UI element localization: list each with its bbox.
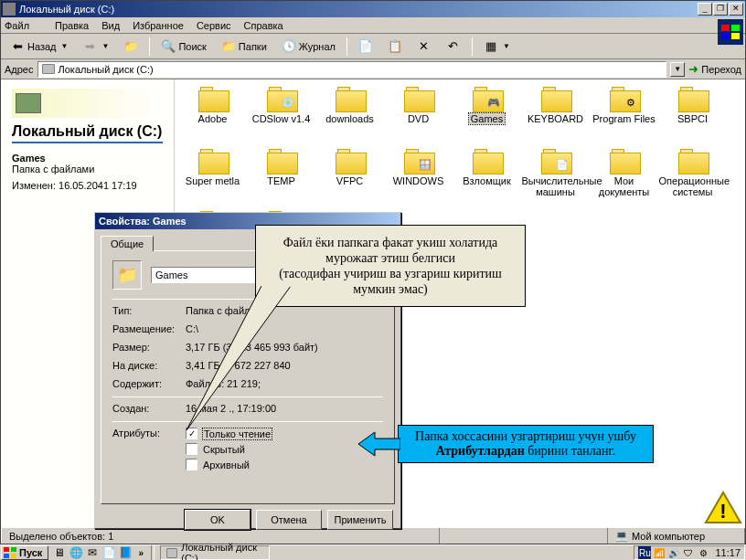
folder-icon: 🪟: [404, 149, 433, 173]
forward-arrow-icon: ➡: [82, 39, 97, 54]
maximize-button[interactable]: ❐: [713, 3, 728, 16]
folder-item[interactable]: KEYBOARD: [521, 87, 590, 145]
hidden-checkbox[interactable]: [186, 443, 197, 455]
quicklaunch-more[interactable]: »: [138, 548, 144, 558]
folder-item[interactable]: Adobe: [178, 87, 247, 145]
folder-item[interactable]: 📄Вычислительные машины: [521, 149, 590, 207]
separator: [154, 545, 155, 560]
folders-button[interactable]: 📁Папки: [216, 37, 272, 57]
folder-item[interactable]: Операционные системы: [658, 149, 727, 207]
size-label: Размер:: [112, 342, 186, 353]
lang-indicator[interactable]: Ru: [638, 546, 651, 559]
type-label: Тип:: [112, 305, 186, 316]
tray-icon-3[interactable]: 🛡: [682, 546, 695, 559]
move-button[interactable]: 📄: [353, 37, 378, 57]
up-button[interactable]: 📁: [118, 37, 144, 57]
folder-icon: [267, 149, 296, 173]
tray-icon-2[interactable]: 🔊: [667, 546, 680, 559]
folder-label: VFPC: [336, 175, 363, 186]
folder-item[interactable]: Super metla: [178, 149, 247, 207]
svg-text:!: !: [719, 500, 726, 523]
divider: [12, 142, 163, 143]
copy-icon: 📋: [388, 39, 402, 54]
callout-attributes-hint: Папка хоссасини узгартириш учун ушбу Атр…: [398, 425, 654, 463]
banner: [12, 89, 163, 118]
search-button[interactable]: 🔍Поиск: [155, 37, 211, 57]
oe-icon[interactable]: ✉: [85, 545, 100, 560]
app2-icon[interactable]: 📘: [118, 545, 133, 560]
folder-item[interactable]: downloads: [315, 87, 384, 145]
forward-button[interactable]: ➡▼: [77, 37, 114, 57]
window-controls: _ ❐ ✕: [698, 3, 743, 16]
views-button[interactable]: ▦▼: [478, 37, 516, 57]
quicklaunch: 🖥 🌐 ✉ 📄 📘 »: [52, 545, 152, 560]
drive-icon: [3, 3, 16, 16]
folder-item[interactable]: ⚙Program Files: [590, 87, 658, 145]
undo-button[interactable]: ↶: [441, 37, 466, 57]
archive-checkbox[interactable]: [186, 459, 197, 470]
attrs-label: Атрибуты:: [112, 428, 186, 470]
folder-icon: [404, 87, 433, 111]
back-button[interactable]: ⬅Назад▼: [5, 37, 73, 57]
folder-icon: [678, 87, 708, 111]
tab-general[interactable]: Общие: [101, 236, 154, 251]
titlebar[interactable]: Локальный диск (C:) _ ❐ ✕: [1, 1, 745, 17]
status-location: 💻 Мой компьютер: [608, 528, 745, 544]
folder-item[interactable]: 💿CDSlow v1.4: [247, 87, 315, 145]
back-arrow-icon: ⬅: [10, 39, 25, 54]
apply-button[interactable]: Применить: [327, 510, 393, 530]
address-dropdown[interactable]: ▼: [670, 62, 685, 77]
folder-item[interactable]: SBPCI: [658, 87, 727, 145]
created-label: Создан:: [112, 403, 186, 414]
windows-flag-icon: [718, 19, 743, 45]
folder-label: CDSlow v1.4: [252, 113, 311, 124]
folder-label: Adobe: [198, 113, 228, 124]
start-button[interactable]: Пуск: [1, 545, 48, 560]
menu-file[interactable]: Файл: [5, 20, 42, 31]
menu-tools[interactable]: Сервис: [197, 20, 231, 31]
folder-item[interactable]: VFPC: [315, 149, 384, 207]
delete-button[interactable]: ✕: [411, 37, 437, 57]
folder-item[interactable]: Взломщик: [453, 149, 521, 207]
tray-icon-4[interactable]: ⚙: [697, 546, 709, 559]
folder-icon: [473, 149, 502, 173]
folder-label: downloads: [325, 113, 374, 124]
folder-label: DVD: [408, 113, 429, 124]
folder-item[interactable]: 🪟WINDOWS: [384, 149, 453, 207]
folder-label: Взломщик: [463, 175, 511, 186]
folder-label: TEMP: [267, 175, 295, 186]
svg-rect-3: [731, 33, 740, 39]
archive-label: Архивный: [203, 460, 250, 470]
desktop-icon[interactable]: 🖥: [52, 545, 67, 560]
menu-view[interactable]: Вид: [101, 20, 120, 31]
separator: [346, 37, 347, 56]
folder-item[interactable]: DVD: [384, 87, 453, 145]
folder-item[interactable]: Мои документы: [590, 149, 658, 207]
minimize-button[interactable]: _: [698, 3, 712, 16]
tray-icon-1[interactable]: 📶: [653, 546, 666, 559]
folder-item[interactable]: 🎮Games: [453, 87, 521, 145]
address-input[interactable]: Локальный диск (C:): [37, 61, 667, 78]
undo-icon: ↶: [446, 39, 461, 54]
ie-icon[interactable]: 🌐: [69, 545, 83, 560]
ok-button[interactable]: OK: [185, 510, 250, 530]
close-button[interactable]: ✕: [729, 3, 743, 16]
clock[interactable]: 11:17: [715, 547, 741, 558]
menu-help[interactable]: Справка: [244, 20, 283, 31]
menu-favorites[interactable]: Избранное: [133, 20, 184, 31]
address-value: Локальный диск (C:): [59, 64, 154, 75]
win-overlay-icon: 🪟: [419, 158, 432, 171]
menu-edit[interactable]: Правка: [55, 20, 89, 31]
contains-label: Содержит:: [112, 378, 186, 389]
taskbar: Пуск 🖥 🌐 ✉ 📄 📘 » Локальный диск (C:) Ru …: [0, 544, 746, 560]
app-icon[interactable]: 📄: [101, 545, 116, 560]
separator: [472, 37, 473, 56]
folder-item[interactable]: TEMP: [247, 149, 315, 207]
history-button[interactable]: 🕓Журнал: [276, 37, 341, 57]
copy-button[interactable]: 📋: [382, 37, 408, 57]
cancel-button[interactable]: Отмена: [256, 510, 322, 530]
go-button[interactable]: ➜Переход: [688, 62, 741, 76]
selected-name: Games: [12, 153, 163, 164]
folder-icon: [336, 87, 365, 111]
task-explorer[interactable]: Локальный диск (C:): [160, 545, 270, 560]
